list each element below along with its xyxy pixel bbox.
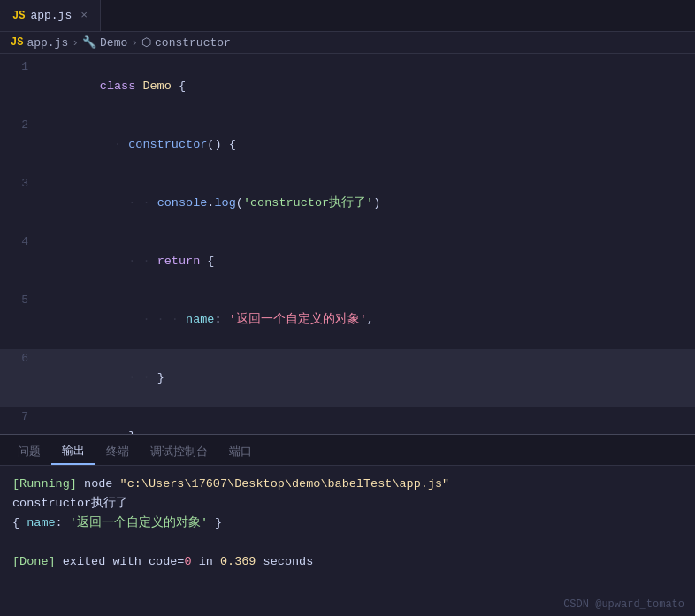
constructor-output: constructor执行了 <box>12 497 128 510</box>
obj-pre: { <box>12 516 27 529</box>
code-line-7: 7 · } <box>0 407 695 434</box>
done-prefix: [Done] <box>12 555 56 568</box>
done-code-pre: code= <box>149 555 185 568</box>
terminal-content: [Running] node "c:\Users\17607\Desktop\d… <box>0 466 695 581</box>
obj-sep: : <box>56 516 70 529</box>
line-content-2: · constructor() { <box>42 116 695 174</box>
line-num-5: 5 <box>0 291 42 310</box>
terminal-tabs: 问题 输出 终端 调试控制台 端口 <box>0 437 695 466</box>
done-in: in <box>192 555 220 568</box>
code-line-4: 4 · · return { <box>0 232 695 291</box>
line-content-4: · · return { <box>42 232 695 291</box>
breadcrumb-file: app.js <box>27 36 68 49</box>
js-icon: JS <box>12 10 25 22</box>
tab-filename: app.js <box>30 9 72 22</box>
breadcrumb-sep-1: › <box>72 36 79 49</box>
terminal-done-line: [Done] exited with code=0 in 0.369 secon… <box>12 552 683 572</box>
line-num-1: 1 <box>0 57 42 77</box>
breadcrumb-class: Demo <box>100 36 127 49</box>
breadcrumb-class-icon: 🔧 <box>82 35 96 49</box>
code-editor[interactable]: 1 class Demo { 2 · constructor() { 3 · ·… <box>0 54 695 434</box>
done-code: 0 <box>184 555 191 568</box>
breadcrumb-method-icon: ⬡ <box>141 35 151 49</box>
code-line-2: 2 · constructor() { <box>0 116 695 174</box>
obj-suf: } <box>208 516 222 529</box>
run-path: "c:\Users\17607\Desktop\demo\babelTest\a… <box>120 477 450 491</box>
terminal-blank <box>12 533 683 552</box>
tab-problems[interactable]: 问题 <box>7 437 51 465</box>
obj-val: '返回一个自定义的对象' <box>70 516 208 529</box>
code-line-1: 1 class Demo { <box>0 57 695 116</box>
tab-output[interactable]: 输出 <box>51 437 95 465</box>
tab-terminal[interactable]: 终端 <box>95 437 140 465</box>
tab-close-button[interactable]: × <box>80 9 88 22</box>
code-content: 1 class Demo { 2 · constructor() { 3 · ·… <box>0 54 695 434</box>
done-seconds: 0.369 <box>220 555 256 568</box>
js-breadcrumb-icon: JS <box>11 36 23 49</box>
line-num-7: 7 <box>0 407 42 427</box>
line-content-7: · } <box>42 407 695 434</box>
code-line-5: 5 · · · name: '返回一个自定义的对象', <box>0 291 695 349</box>
done-suffix: seconds <box>256 555 313 568</box>
breadcrumb-sep-2: › <box>131 36 138 49</box>
line-content-3: · · console.log('constructor执行了') <box>42 174 695 232</box>
tab-app-js[interactable]: JS app.js × <box>0 0 101 31</box>
terminal-run-line: [Running] node "c:\Users\17607\Desktop\d… <box>12 475 683 494</box>
obj-key: name <box>27 516 55 529</box>
line-num-4: 4 <box>0 232 42 252</box>
attribution: CSDN @upward_tomato <box>563 598 684 611</box>
line-content-1: class Demo { <box>42 57 695 116</box>
tab-ports[interactable]: 端口 <box>218 437 263 465</box>
tab-bar: JS app.js × <box>0 0 695 32</box>
code-line-3: 3 · · console.log('constructor执行了') <box>0 174 695 232</box>
breadcrumb-method: constructor <box>155 36 231 49</box>
run-prefix: [Running] <box>12 477 77 491</box>
done-exited: exited <box>56 555 106 568</box>
tab-debug-console[interactable]: 调试控制台 <box>140 437 218 465</box>
line-num-3: 3 <box>0 174 42 194</box>
line-num-6: 6 <box>0 349 42 369</box>
terminal-panel: 问题 输出 终端 调试控制台 端口 [Running] node "c:\Use… <box>0 437 695 616</box>
done-with: with <box>105 555 149 568</box>
terminal-output-line3: { name: '返回一个自定义的对象' } <box>12 513 683 533</box>
run-cmd: node <box>84 477 120 491</box>
terminal-output-line2: constructor执行了 <box>12 494 683 513</box>
line-content-5: · · · name: '返回一个自定义的对象', <box>42 291 695 349</box>
breadcrumb: JS app.js › 🔧 Demo › ⬡ constructor <box>0 32 695 54</box>
code-line-6: 6 · · } <box>0 349 695 407</box>
line-num-2: 2 <box>0 116 42 135</box>
line-content-6: · · } <box>42 349 695 407</box>
